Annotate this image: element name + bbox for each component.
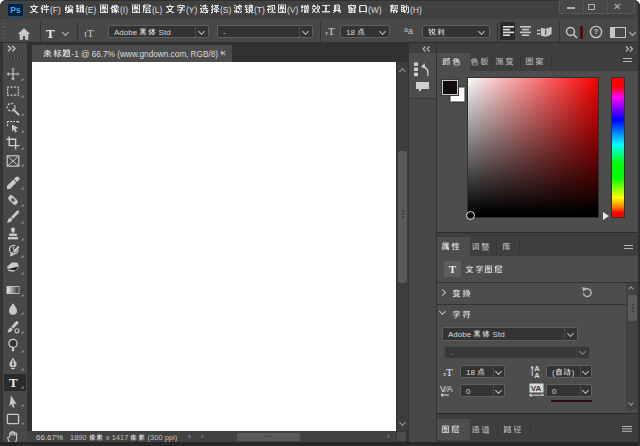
svg-text:A: A [534,371,540,379]
svg-text:V∕A: V∕A [440,384,453,394]
svg-text:VA: VA [531,384,542,393]
